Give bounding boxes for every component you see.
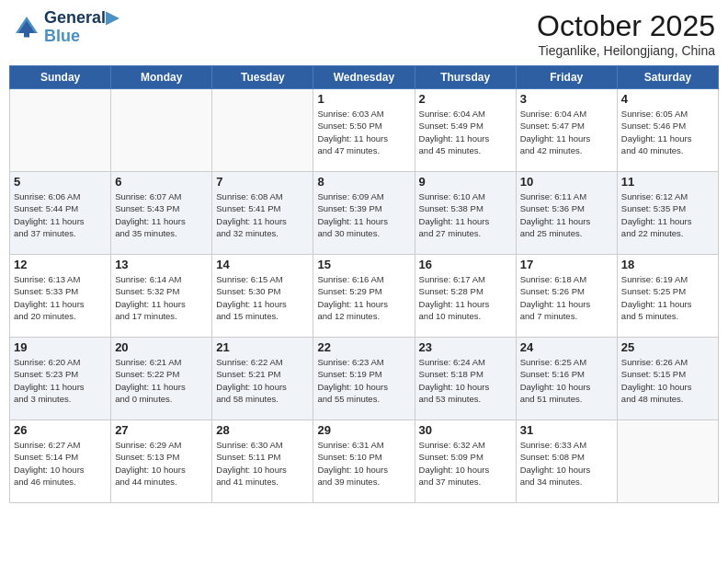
weekday-header-row: SundayMondayTuesdayWednesdayThursdayFrid…	[10, 66, 719, 89]
day-info: Sunrise: 6:04 AMSunset: 5:47 PMDaylight:…	[520, 108, 613, 156]
day-number: 3	[520, 92, 613, 106]
day-info: Sunrise: 6:32 AMSunset: 5:09 PMDaylight:…	[419, 439, 512, 488]
calendar-cell: 11Sunrise: 6:12 AMSunset: 5:35 PMDayligh…	[617, 172, 718, 255]
weekday-header-wednesday: Wednesday	[313, 66, 415, 89]
calendar-cell: 27Sunrise: 6:29 AMSunset: 5:13 PMDayligh…	[111, 420, 212, 503]
location-title: Tieganlike, Heilongjiang, China	[537, 43, 715, 58]
weekday-header-friday: Friday	[516, 66, 617, 89]
day-info: Sunrise: 6:07 AMSunset: 5:43 PMDaylight:…	[115, 190, 208, 239]
day-info: Sunrise: 6:20 AMSunset: 5:23 PMDaylight:…	[14, 356, 107, 405]
weekday-header-monday: Monday	[111, 66, 212, 89]
week-row-2: 5Sunrise: 6:06 AMSunset: 5:44 PMDaylight…	[10, 172, 719, 255]
calendar-cell: 6Sunrise: 6:07 AMSunset: 5:43 PMDaylight…	[111, 172, 212, 255]
calendar-cell: 24Sunrise: 6:25 AMSunset: 5:16 PMDayligh…	[516, 338, 617, 420]
weekday-header-sunday: Sunday	[10, 66, 111, 89]
day-info: Sunrise: 6:15 AMSunset: 5:30 PMDaylight:…	[216, 273, 309, 322]
week-row-1: 1Sunrise: 6:03 AMSunset: 5:50 PMDaylight…	[10, 89, 719, 172]
logo-icon	[13, 14, 40, 41]
calendar-cell: 4Sunrise: 6:05 AMSunset: 5:46 PMDaylight…	[617, 89, 718, 172]
calendar-cell: 31Sunrise: 6:33 AMSunset: 5:08 PMDayligh…	[516, 420, 617, 503]
day-number: 5	[14, 175, 107, 189]
day-info: Sunrise: 6:31 AMSunset: 5:10 PMDaylight:…	[317, 439, 410, 488]
calendar-cell: 15Sunrise: 6:16 AMSunset: 5:29 PMDayligh…	[313, 255, 415, 338]
day-info: Sunrise: 6:18 AMSunset: 5:26 PMDaylight:…	[520, 273, 613, 322]
day-number: 19	[14, 340, 107, 354]
day-info: Sunrise: 6:14 AMSunset: 5:32 PMDaylight:…	[115, 273, 208, 322]
day-number: 22	[317, 340, 410, 354]
calendar-cell: 18Sunrise: 6:19 AMSunset: 5:25 PMDayligh…	[617, 255, 718, 338]
week-row-3: 12Sunrise: 6:13 AMSunset: 5:33 PMDayligh…	[10, 255, 719, 338]
logo-text: General▶ Blue	[44, 9, 119, 46]
day-number: 7	[216, 175, 309, 189]
calendar-cell: 1Sunrise: 6:03 AMSunset: 5:50 PMDaylight…	[313, 89, 415, 172]
day-number: 24	[520, 340, 613, 354]
calendar-cell: 17Sunrise: 6:18 AMSunset: 5:26 PMDayligh…	[516, 255, 617, 338]
day-info: Sunrise: 6:08 AMSunset: 5:41 PMDaylight:…	[216, 190, 309, 239]
title-block: October 2025 Tieganlike, Heilongjiang, C…	[537, 9, 715, 58]
day-number: 31	[520, 423, 613, 437]
page-header: General▶ Blue October 2025 Tieganlike, H…	[9, 9, 719, 58]
day-info: Sunrise: 6:30 AMSunset: 5:11 PMDaylight:…	[216, 439, 309, 488]
calendar-cell: 29Sunrise: 6:31 AMSunset: 5:10 PMDayligh…	[313, 420, 415, 503]
day-number: 1	[317, 92, 410, 106]
day-number: 8	[317, 175, 410, 189]
day-number: 25	[621, 340, 714, 354]
calendar-cell	[212, 89, 313, 172]
calendar-cell: 9Sunrise: 6:10 AMSunset: 5:38 PMDaylight…	[415, 172, 516, 255]
week-row-5: 26Sunrise: 6:27 AMSunset: 5:14 PMDayligh…	[10, 420, 719, 503]
weekday-header-saturday: Saturday	[617, 66, 718, 89]
calendar-cell: 22Sunrise: 6:23 AMSunset: 5:19 PMDayligh…	[313, 338, 415, 420]
weekday-header-thursday: Thursday	[415, 66, 516, 89]
calendar: SundayMondayTuesdayWednesdayThursdayFrid…	[9, 65, 719, 503]
calendar-cell: 7Sunrise: 6:08 AMSunset: 5:41 PMDaylight…	[212, 172, 313, 255]
calendar-cell: 8Sunrise: 6:09 AMSunset: 5:39 PMDaylight…	[313, 172, 415, 255]
day-number: 26	[14, 423, 107, 437]
calendar-cell	[10, 89, 111, 172]
day-info: Sunrise: 6:12 AMSunset: 5:35 PMDaylight:…	[621, 190, 714, 239]
calendar-cell	[111, 89, 212, 172]
calendar-cell	[617, 420, 718, 503]
day-info: Sunrise: 6:06 AMSunset: 5:44 PMDaylight:…	[14, 190, 107, 239]
calendar-cell: 10Sunrise: 6:11 AMSunset: 5:36 PMDayligh…	[516, 172, 617, 255]
day-info: Sunrise: 6:16 AMSunset: 5:29 PMDaylight:…	[317, 273, 410, 322]
day-info: Sunrise: 6:24 AMSunset: 5:18 PMDaylight:…	[419, 356, 512, 405]
day-number: 27	[115, 423, 208, 437]
day-number: 28	[216, 423, 309, 437]
day-info: Sunrise: 6:19 AMSunset: 5:25 PMDaylight:…	[621, 273, 714, 322]
day-info: Sunrise: 6:13 AMSunset: 5:33 PMDaylight:…	[14, 273, 107, 322]
day-number: 9	[419, 175, 512, 189]
day-number: 18	[621, 258, 714, 271]
day-info: Sunrise: 6:09 AMSunset: 5:39 PMDaylight:…	[317, 190, 410, 239]
day-number: 15	[317, 258, 410, 271]
calendar-cell: 16Sunrise: 6:17 AMSunset: 5:28 PMDayligh…	[415, 255, 516, 338]
month-title: October 2025	[537, 9, 715, 43]
week-row-4: 19Sunrise: 6:20 AMSunset: 5:23 PMDayligh…	[10, 338, 719, 420]
calendar-cell: 20Sunrise: 6:21 AMSunset: 5:22 PMDayligh…	[111, 338, 212, 420]
day-number: 12	[14, 258, 107, 271]
day-number: 2	[419, 92, 512, 106]
calendar-cell: 13Sunrise: 6:14 AMSunset: 5:32 PMDayligh…	[111, 255, 212, 338]
calendar-cell: 12Sunrise: 6:13 AMSunset: 5:33 PMDayligh…	[10, 255, 111, 338]
svg-rect-2	[24, 31, 29, 37]
calendar-cell: 5Sunrise: 6:06 AMSunset: 5:44 PMDaylight…	[10, 172, 111, 255]
day-number: 21	[216, 340, 309, 354]
day-info: Sunrise: 6:33 AMSunset: 5:08 PMDaylight:…	[520, 439, 613, 488]
day-info: Sunrise: 6:21 AMSunset: 5:22 PMDaylight:…	[115, 356, 208, 405]
day-number: 23	[419, 340, 512, 354]
day-number: 4	[621, 92, 714, 106]
day-info: Sunrise: 6:04 AMSunset: 5:49 PMDaylight:…	[419, 108, 512, 156]
day-number: 11	[621, 175, 714, 189]
day-info: Sunrise: 6:03 AMSunset: 5:50 PMDaylight:…	[317, 108, 410, 156]
day-info: Sunrise: 6:29 AMSunset: 5:13 PMDaylight:…	[115, 439, 208, 488]
day-number: 14	[216, 258, 309, 271]
day-number: 29	[317, 423, 410, 437]
day-number: 10	[520, 175, 613, 189]
day-number: 20	[115, 340, 208, 354]
weekday-header-tuesday: Tuesday	[212, 66, 313, 89]
calendar-cell: 21Sunrise: 6:22 AMSunset: 5:21 PMDayligh…	[212, 338, 313, 420]
day-info: Sunrise: 6:26 AMSunset: 5:15 PMDaylight:…	[621, 356, 714, 405]
calendar-cell: 28Sunrise: 6:30 AMSunset: 5:11 PMDayligh…	[212, 420, 313, 503]
day-info: Sunrise: 6:27 AMSunset: 5:14 PMDaylight:…	[14, 439, 107, 488]
calendar-cell: 23Sunrise: 6:24 AMSunset: 5:18 PMDayligh…	[415, 338, 516, 420]
calendar-cell: 25Sunrise: 6:26 AMSunset: 5:15 PMDayligh…	[617, 338, 718, 420]
